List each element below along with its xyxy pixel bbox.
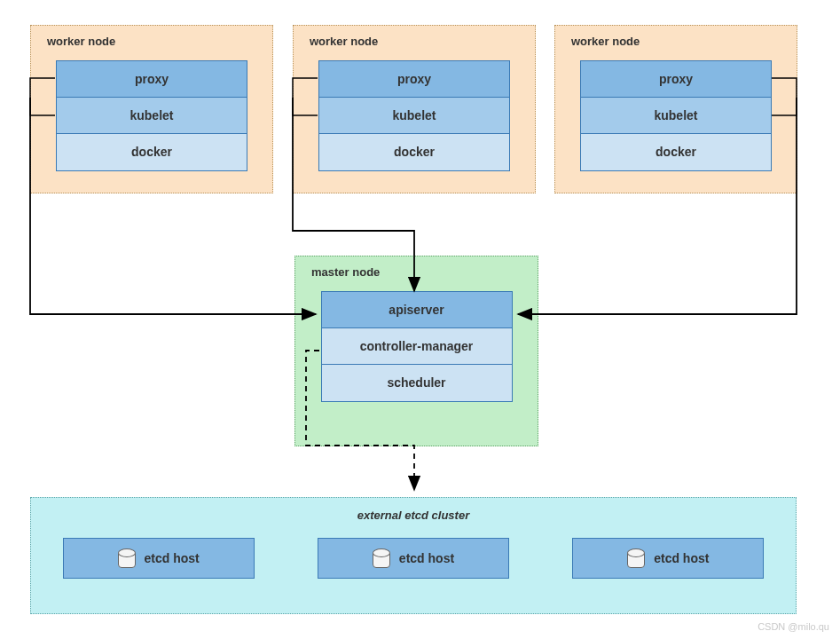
master-node-title: master node (311, 265, 525, 279)
apiserver-component: apiserver (322, 292, 512, 328)
database-icon (627, 548, 643, 568)
etcd-cluster-title: external etcd cluster (49, 509, 778, 522)
worker-node-3: worker node proxy kubelet docker (554, 25, 797, 193)
database-icon (373, 548, 389, 568)
etcd-host-label: etcd host (399, 551, 454, 565)
kubelet-component: kubelet (581, 98, 771, 134)
etcd-host: etcd host (63, 538, 255, 579)
scheduler-component: scheduler (322, 365, 512, 401)
etcd-hosts-row: etcd host etcd host etcd host (49, 538, 778, 579)
controller-manager-component: controller-manager (322, 328, 512, 365)
master-node: master node apiserver controller-manager… (294, 256, 538, 446)
worker-node-title: worker node (47, 35, 260, 48)
docker-component: docker (319, 134, 509, 170)
worker-node-1: worker node proxy kubelet docker (30, 25, 273, 193)
worker-stack: proxy kubelet docker (580, 60, 772, 171)
worker-node-title: worker node (310, 35, 522, 48)
master-stack: apiserver controller-manager scheduler (321, 291, 513, 402)
kubelet-component: kubelet (319, 98, 509, 134)
worker-stack: proxy kubelet docker (56, 60, 247, 171)
database-icon (118, 548, 134, 568)
worker-node-2: worker node proxy kubelet docker (293, 25, 536, 193)
etcd-host-label: etcd host (654, 551, 709, 565)
etcd-host: etcd host (318, 538, 509, 579)
proxy-component: proxy (319, 61, 509, 98)
docker-component: docker (581, 134, 771, 170)
proxy-component: proxy (57, 61, 247, 98)
watermark: CSDN @milo.qu (758, 621, 829, 632)
docker-component: docker (57, 134, 247, 170)
etcd-host: etcd host (572, 538, 764, 579)
kubelet-component: kubelet (57, 98, 247, 134)
etcd-host-label: etcd host (145, 551, 200, 565)
proxy-component: proxy (581, 61, 771, 98)
etcd-cluster: external etcd cluster etcd host etcd hos… (30, 497, 797, 614)
worker-stack: proxy kubelet docker (318, 60, 510, 171)
worker-node-title: worker node (571, 35, 784, 48)
